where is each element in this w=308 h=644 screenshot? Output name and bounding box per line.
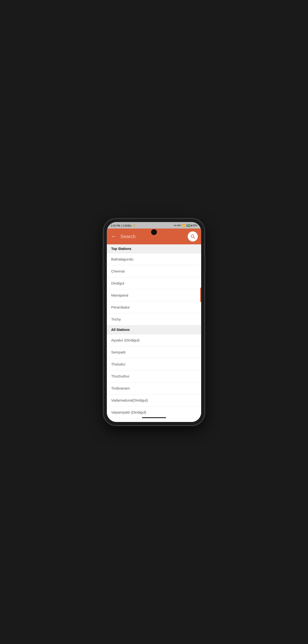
list-item[interactable]: Ayyalur (Dindigul): [107, 334, 201, 346]
battery-indicator: [187, 224, 191, 227]
status-network: 0.0KB/s: [123, 224, 132, 227]
list-item[interactable]: Tindivanam: [107, 382, 201, 394]
stations-list: Top Stations Bathalagundu Chennai Dindig…: [107, 244, 201, 422]
home-indicator[interactable]: [142, 417, 166, 418]
list-item[interactable]: Trichy: [107, 313, 201, 325]
list-item[interactable]: Tholudur: [107, 358, 201, 370]
station-name: Manaparai: [111, 293, 128, 297]
station-name: Perambalur: [111, 305, 130, 309]
station-name: Ayyalur (Dindigul): [111, 338, 139, 342]
station-name: Dindigul: [111, 281, 124, 285]
station-name: Bathalagundu: [111, 257, 133, 261]
station-name: Chennai: [111, 269, 125, 273]
list-item[interactable]: Vaiyampatti (Dindigul): [107, 406, 201, 418]
battery-percent: 83%: [193, 224, 197, 227]
list-item[interactable]: Chennai: [107, 265, 201, 277]
list-item[interactable]: Manaparai: [107, 289, 201, 301]
station-name: Vaiyampatti (Dindigul): [111, 410, 146, 414]
status-bar: 2:43 PM | 0.0KB/s 🔆 Vo WiFi 📶 83%: [107, 222, 201, 228]
status-signal-icon: 🔆: [132, 224, 136, 227]
station-name: Vadamadurai(Dindigul): [111, 398, 148, 402]
status-bar-right: Vo WiFi 📶 83%: [174, 224, 197, 227]
list-item[interactable]: Sempatti: [107, 346, 201, 358]
wifi-icon: 📶: [182, 224, 185, 227]
list-item[interactable]: Bathalagundu: [107, 253, 201, 265]
all-stations-header: All Stations: [107, 325, 201, 334]
svg-line-1: [194, 238, 195, 238]
station-name: Tholudur: [111, 362, 125, 366]
scroll-accent: [200, 288, 201, 302]
status-time: 2:43 PM: [111, 224, 120, 227]
station-name: Trichy: [111, 317, 121, 321]
station-name: Tindivanam: [111, 386, 130, 390]
status-bar-left: 2:43 PM | 0.0KB/s 🔆: [111, 224, 136, 227]
list-item[interactable]: vilupuram: [107, 418, 201, 422]
list-item[interactable]: Vadamadurai(Dindigul): [107, 394, 201, 406]
search-button[interactable]: [188, 232, 198, 242]
list-item[interactable]: Thozhuthur: [107, 370, 201, 382]
station-name: Thozhuthur: [111, 374, 129, 378]
list-item[interactable]: Perambalur: [107, 301, 201, 313]
top-stations-header: Top Stations: [107, 244, 201, 253]
camera-notch: [151, 229, 157, 235]
station-name: Sempatti: [111, 350, 125, 354]
list-item[interactable]: Dindigul: [107, 277, 201, 289]
phone-device: 2:43 PM | 0.0KB/s 🔆 Vo WiFi 📶 83% ←: [103, 219, 205, 425]
phone-screen: 2:43 PM | 0.0KB/s 🔆 Vo WiFi 📶 83% ←: [107, 222, 201, 422]
search-icon: [190, 234, 195, 239]
back-button[interactable]: ←: [110, 233, 117, 240]
status-separator: |: [121, 224, 122, 227]
wifi-label: Vo WiFi: [174, 224, 181, 227]
